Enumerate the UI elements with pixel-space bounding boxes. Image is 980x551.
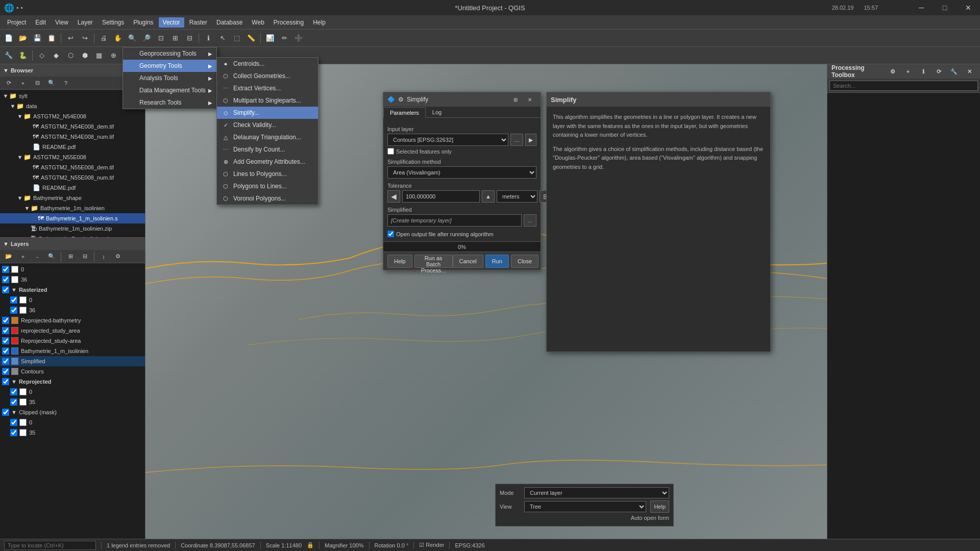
toolbox-gear-btn[interactable]: 🔧 [947, 65, 961, 78]
layer-check[interactable] [10, 429, 17, 436]
menu-settings[interactable]: Settings [98, 17, 128, 28]
voronoi-item[interactable]: ⬡ Voronoi Polygons... [217, 192, 318, 205]
layer-reprojected-study1[interactable]: reprojected_study_area [0, 325, 145, 336]
lines-to-polygons-item[interactable]: ⬡ Lines to Polygons... [217, 168, 318, 180]
tree-item-bathy5m-zip[interactable]: 🗜 Bathymetrie_5m_Isolinien.zip [0, 234, 145, 237]
sort-btn[interactable]: ↕ [97, 250, 110, 263]
expand-all-btn[interactable]: ⊞ [64, 250, 77, 263]
mode-select[interactable]: Current layer [524, 487, 669, 498]
layer-0b[interactable]: 0 [0, 295, 145, 305]
menu-edit[interactable]: Edit [31, 17, 50, 28]
delaunay-item[interactable]: △ Delaunay Triangulation... [217, 131, 318, 143]
polygons-to-lines-item[interactable]: ⬡ Polygons to Lines... [217, 180, 318, 192]
tree-item-dem-tif-55[interactable]: 🗺 ASTGTM2_N55E008_dem.tif [0, 162, 145, 172]
cancel-button[interactable]: Cancel [453, 255, 483, 268]
zoom-selected-button[interactable]: ⊟ [183, 32, 196, 45]
toolbox-info-btn[interactable]: ℹ [917, 65, 930, 78]
select-rect-button[interactable]: ⬚ [230, 32, 243, 45]
toolbox-add-btn[interactable]: + [901, 65, 915, 78]
layer-35b[interactable]: 35 [0, 428, 145, 438]
layer-check[interactable] [2, 286, 9, 293]
digitize5[interactable]: ▦ [92, 49, 106, 62]
input-layer-options-btn[interactable]: … [510, 134, 523, 146]
attr-table-button[interactable]: 📊 [263, 32, 277, 45]
layer-0d[interactable]: 0 [0, 417, 145, 428]
menu-raster[interactable]: Raster [185, 17, 211, 28]
layer-check[interactable] [10, 388, 17, 395]
simplification-method-select[interactable]: Area (Visvalingam) [387, 166, 536, 179]
redo-button[interactable]: ↪ [78, 32, 91, 45]
layer-reprojected-study2[interactable]: Reprojected_study-area [0, 336, 145, 346]
digitize6[interactable]: ⊕ [107, 49, 120, 62]
locate-input[interactable] [4, 541, 96, 550]
layer-check[interactable] [2, 347, 9, 355]
tree-item-bathy1m[interactable]: ▼ 📁 Bathymetrie_1m_isolinien [0, 203, 145, 213]
layer-35a[interactable]: 35 [0, 397, 145, 407]
selected-features-check[interactable] [387, 148, 394, 155]
analysis-tools-item[interactable]: Analysis Tools ▶ [123, 72, 216, 84]
dialog-close-btn[interactable]: ✕ [523, 93, 536, 106]
digitize1[interactable]: ◇ [35, 49, 48, 62]
measure-button[interactable]: 📏 [244, 32, 258, 45]
identify-button[interactable]: ℹ [202, 32, 215, 45]
layer-check[interactable] [10, 296, 17, 304]
save-as-button[interactable]: 📋 [45, 32, 58, 45]
tolerance-up-btn[interactable]: ▲ [482, 190, 495, 203]
add-geometry-item[interactable]: ⊕ Add Geometry Attributes... [217, 156, 318, 168]
tolerance-reset-btn[interactable]: ◀ [387, 190, 400, 203]
browser-home-btn[interactable]: ⟳ [2, 77, 15, 90]
epsg-display[interactable]: EPSG:4326 [455, 542, 484, 548]
layer-0a[interactable]: 0 [0, 264, 145, 274]
save-project-button[interactable]: 💾 [31, 32, 44, 45]
layer-36b[interactable]: 36 [0, 305, 145, 315]
tree-item-dem-tif-54[interactable]: 🗺 ASTGTM2_N54E008_dem.tif [0, 121, 145, 132]
collapse-all-btn[interactable]: ⊟ [78, 250, 91, 263]
help-link[interactable]: Help [650, 500, 669, 513]
python-icon[interactable]: 🐍 [16, 49, 30, 62]
tree-item-num-tif-55[interactable]: 🗺 ASTGTM2_N55E008_num.tif [0, 172, 145, 183]
toolbox-refresh-btn[interactable]: ⟳ [932, 65, 945, 78]
layer-reprojected-group[interactable]: ▼ Reprojected [0, 377, 145, 387]
layer-check[interactable] [2, 317, 9, 324]
digitize2[interactable]: ◆ [50, 49, 63, 62]
layer-check[interactable] [10, 419, 17, 426]
densify-item[interactable]: ⋯ Densify by Count... [217, 143, 318, 156]
layer-0c[interactable]: 0 [0, 387, 145, 397]
layer-check[interactable] [2, 327, 9, 334]
tab-log[interactable]: Log [426, 107, 448, 117]
browser-add-btn[interactable]: + [16, 77, 30, 90]
menu-plugins[interactable]: Plugins [129, 17, 157, 28]
layer-check[interactable] [2, 378, 9, 385]
menu-vector[interactable]: Vector [159, 17, 184, 28]
layer-clipped[interactable]: ▼ Clipped (mask) [0, 407, 145, 417]
tree-item-num-tif-54[interactable]: 🗺 ASTGTM2_N54E008_num.tif [0, 132, 145, 142]
tab-parameters[interactable]: Parameters [383, 107, 426, 118]
layer-check[interactable] [2, 337, 9, 344]
zoom-out-button[interactable]: 🔎 [140, 32, 153, 45]
data-management-item[interactable]: Data Management Tools ▶ [123, 84, 216, 96]
layer-reprojected-bathymetry[interactable]: Reprojected-bathymetry [0, 315, 145, 325]
zoom-extent-button[interactable]: ⊡ [154, 32, 167, 45]
edit-button[interactable]: ✏ [278, 32, 291, 45]
tree-item-n55e008-folder[interactable]: ▼ 📁 ASTGTM2_N55E008 [0, 152, 145, 162]
research-tools-item[interactable]: Research Tools ▶ [123, 96, 216, 109]
menu-project[interactable]: Project [3, 17, 30, 28]
tree-item-bathy1m-zip[interactable]: 🗜 Bathymetrie_1m_isolinien.zip [0, 223, 145, 234]
add-feature-button[interactable]: ➕ [292, 32, 305, 45]
tree-item-bathy1m-shp[interactable]: 🗺 Bathymetrie_1_m_isolinien.s [0, 213, 145, 223]
simplified-options-btn[interactable]: … [524, 214, 536, 227]
toolbox-search-input[interactable] [829, 81, 978, 91]
remove-layer-btn[interactable]: - [31, 250, 44, 263]
menu-layer[interactable]: Layer [74, 17, 97, 28]
layer-check[interactable] [2, 368, 9, 375]
run-button[interactable]: Run [485, 255, 509, 268]
check-validity-item[interactable]: ✓ Check Validity... [217, 119, 318, 131]
tolerance-input[interactable] [402, 190, 480, 203]
zoom-layer-button[interactable]: ⊞ [168, 32, 182, 45]
new-project-button[interactable]: 📄 [2, 32, 15, 45]
select-button[interactable]: ↖ [216, 32, 229, 45]
layer-check[interactable] [2, 266, 9, 273]
geoprocessing-tools-item[interactable]: Geoprocessing Tools ▶ [123, 47, 216, 60]
menu-view[interactable]: View [51, 17, 72, 28]
plugins-icon[interactable]: 🔧 [2, 49, 15, 62]
